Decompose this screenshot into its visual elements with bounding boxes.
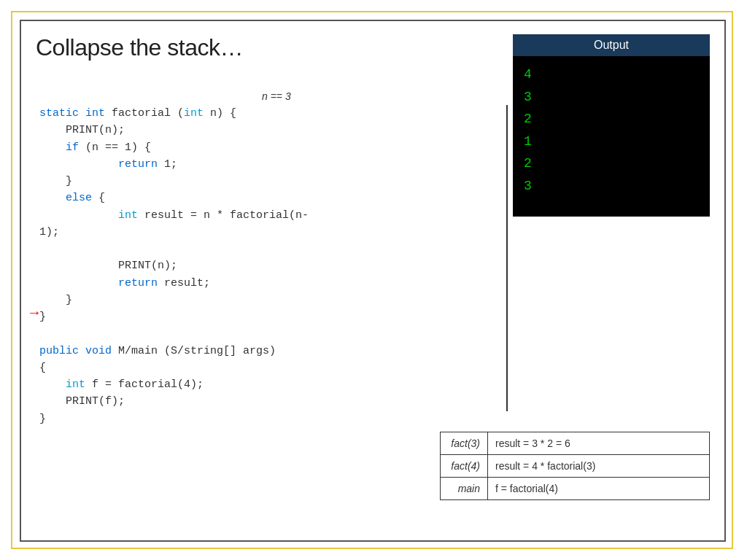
n-equals-label: n == 3 [262,90,291,102]
divider-line [506,105,508,411]
code-line-9: PRINT(n); [39,257,506,274]
slide-title: Collapse the stack… [36,34,243,61]
stack-label-fact4: fact(4) [441,455,488,478]
table-row-fact4: fact(4) result = 4 * factorial(3) [441,455,710,478]
code-line-12: } [39,308,506,325]
code-line-6: else { [39,190,506,206]
code-area: static int factorial (int n) { PRINT(n);… [39,105,506,427]
table-row-main: main f = factorial(4) [441,478,710,500]
output-panel: Output 4 3 2 1 2 3 [513,34,710,217]
output-val-1: 4 [524,63,699,86]
code-line-8: 1); [39,224,506,241]
code-line-3: if (n == 1) { [39,139,506,156]
arrow-indicator: → [27,304,42,321]
inner-border: Collapse the stack… n == 3 static int fa… [20,20,726,542]
code-line-11: } [39,292,506,308]
stack-label-fact3: fact(3) [441,432,488,455]
output-val-5: 2 [524,152,699,175]
output-header: Output [513,34,710,56]
code-line-15: int f = factorial(4); [39,376,506,393]
code-line-1: static int factorial (int n) { [39,105,506,122]
code-line-7: int result = n * factorial(n- [39,207,506,224]
stack-value-main: f = factorial(4) [488,478,710,500]
code-line-blank1 [39,241,506,257]
output-val-6: 3 [524,175,699,198]
stack-value-fact3: result = 3 * 2 = 6 [488,432,710,455]
output-body: 4 3 2 1 2 3 [513,56,710,217]
output-val-2: 3 [524,86,699,109]
code-line-16: PRINT(f); [39,393,506,410]
table-row-fact3: fact(3) result = 3 * 2 = 6 [441,432,710,455]
output-val-4: 1 [524,131,699,153]
code-line-2: PRINT(n); [39,122,506,139]
code-line-14: { [39,359,506,376]
code-line-10: return result; [39,275,506,292]
stack-table: fact(3) result = 3 * 2 = 6 fact(4) resul… [440,432,710,500]
code-line-5: } [39,173,506,190]
code-line-blank2 [39,325,506,342]
stack-label-main: main [441,478,488,500]
stack-value-fact4: result = 4 * factorial(3) [488,455,710,478]
code-line-13: public void M/main (S/string[] args) [39,343,506,359]
code-line-4: return 1; [39,156,506,173]
output-val-3: 2 [524,108,699,131]
outer-border: Collapse the stack… n == 3 static int fa… [11,11,733,549]
code-line-17: } [39,411,506,427]
